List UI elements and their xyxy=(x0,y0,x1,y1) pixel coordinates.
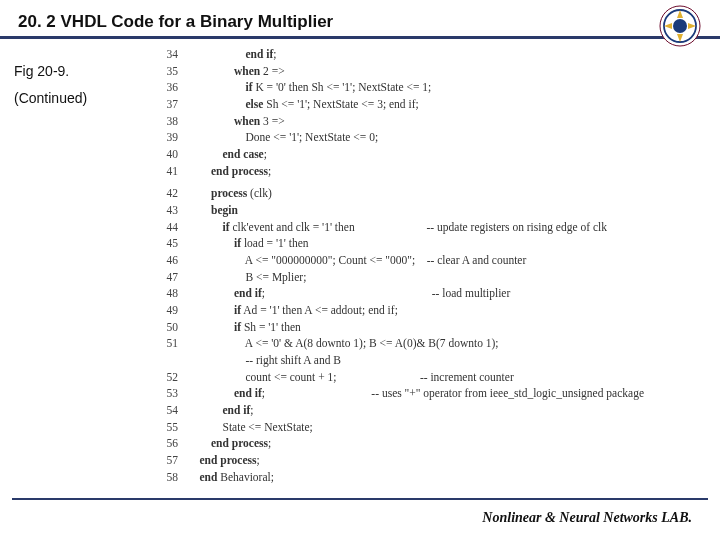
svg-point-2 xyxy=(673,19,687,33)
code-text: end process; xyxy=(188,452,260,469)
line-number: 46 xyxy=(160,252,188,269)
code-line: 37 else Sh <= '1'; NextState <= 3; end i… xyxy=(160,96,705,113)
code-line: 50 if Sh = '1' then xyxy=(160,319,705,336)
line-number: 35 xyxy=(160,63,188,80)
code-text: Done <= '1'; NextState <= 0; xyxy=(188,129,378,146)
code-line: 49 if Ad = '1' then A <= addout; end if; xyxy=(160,302,705,319)
line-number: 38 xyxy=(160,113,188,130)
code-text: State <= NextState; xyxy=(188,419,313,436)
code-text: end if; xyxy=(188,402,254,419)
line-number: 50 xyxy=(160,319,188,336)
code-line: 57 end process; xyxy=(160,452,705,469)
code-line: 39 Done <= '1'; NextState <= 0; xyxy=(160,129,705,146)
line-number: 54 xyxy=(160,402,188,419)
code-text: count <= count + 1; -- increment counter xyxy=(188,369,514,386)
code-line: 40 end case; xyxy=(160,146,705,163)
code-text: end if; -- uses "+" operator from ieee_s… xyxy=(188,385,644,402)
code-line: 41 end process; xyxy=(160,163,705,180)
code-text: -- right shift A and B xyxy=(188,352,341,369)
code-line: 58 end Behavioral; xyxy=(160,469,705,486)
code-text: A <= '0' & A(8 downto 1); B <= A(0)& B(7… xyxy=(188,335,499,352)
code-line: 44 if clk'event and clk = '1' then -- up… xyxy=(160,219,705,236)
figure-label: Fig 20-9. xyxy=(14,58,144,85)
sidebar: Fig 20-9. (Continued) xyxy=(14,58,144,111)
line-number: 36 xyxy=(160,79,188,96)
line-number: 48 xyxy=(160,285,188,302)
line-number: 57 xyxy=(160,452,188,469)
code-line: 53 end if; -- uses "+" operator from iee… xyxy=(160,385,705,402)
line-number: 41 xyxy=(160,163,188,180)
code-listing: 34 end if;35 when 2 =>36 if K = '0' then… xyxy=(160,46,705,485)
line-number: 53 xyxy=(160,385,188,402)
code-line: 52 count <= count + 1; -- increment coun… xyxy=(160,369,705,386)
code-line: 48 end if; -- load multiplier xyxy=(160,285,705,302)
code-text: when 3 => xyxy=(188,113,285,130)
code-text: B <= Mplier; xyxy=(188,269,306,286)
page-title: 20. 2 VHDL Code for a Binary Multiplier xyxy=(18,12,702,32)
code-text: if load = '1' then xyxy=(188,235,309,252)
code-line: 34 end if; xyxy=(160,46,705,63)
code-text: end process; xyxy=(188,163,271,180)
code-text: if Ad = '1' then A <= addout; end if; xyxy=(188,302,398,319)
line-number: 44 xyxy=(160,219,188,236)
divider xyxy=(12,498,708,500)
code-line: 35 when 2 => xyxy=(160,63,705,80)
code-line: 46 A <= "000000000"; Count <= "000"; -- … xyxy=(160,252,705,269)
code-text: if K = '0' then Sh <= '1'; NextState <= … xyxy=(188,79,431,96)
code-text: end if; -- load multiplier xyxy=(188,285,510,302)
line-number: 39 xyxy=(160,129,188,146)
code-text: end process; xyxy=(188,435,271,452)
code-line: 56 end process; xyxy=(160,435,705,452)
code-line: 38 when 3 => xyxy=(160,113,705,130)
code-text: A <= "000000000"; Count <= "000"; -- cle… xyxy=(188,252,526,269)
university-logo-icon xyxy=(658,4,702,48)
code-text: if Sh = '1' then xyxy=(188,319,301,336)
line-number: 51 xyxy=(160,335,188,352)
line-number: 37 xyxy=(160,96,188,113)
code-line: 55 State <= NextState; xyxy=(160,419,705,436)
code-line: 54 end if; xyxy=(160,402,705,419)
code-line: 36 if K = '0' then Sh <= '1'; NextState … xyxy=(160,79,705,96)
title-bar: 20. 2 VHDL Code for a Binary Multiplier xyxy=(0,0,720,39)
code-text: else Sh <= '1'; NextState <= 3; end if; xyxy=(188,96,419,113)
code-text: end if; xyxy=(188,46,277,63)
line-number: 56 xyxy=(160,435,188,452)
code-line: 51 A <= '0' & A(8 downto 1); B <= A(0)& … xyxy=(160,335,705,352)
code-text: end Behavioral; xyxy=(188,469,274,486)
line-number xyxy=(160,352,188,369)
line-number: 42 xyxy=(160,185,188,202)
code-text: if clk'event and clk = '1' then -- updat… xyxy=(188,219,607,236)
line-number: 43 xyxy=(160,202,188,219)
code-text: process (clk) xyxy=(188,185,272,202)
line-number: 47 xyxy=(160,269,188,286)
line-number: 34 xyxy=(160,46,188,63)
line-number: 52 xyxy=(160,369,188,386)
line-number: 40 xyxy=(160,146,188,163)
line-number: 45 xyxy=(160,235,188,252)
code-line: 45 if load = '1' then xyxy=(160,235,705,252)
line-number: 55 xyxy=(160,419,188,436)
code-line: 42 process (clk) xyxy=(160,185,705,202)
line-number: 49 xyxy=(160,302,188,319)
code-text: end case; xyxy=(188,146,267,163)
line-number: 58 xyxy=(160,469,188,486)
code-line: -- right shift A and B xyxy=(160,352,705,369)
code-text: begin xyxy=(188,202,238,219)
footer-lab-name: Nonlinear & Neural Networks LAB. xyxy=(482,510,692,526)
code-text: when 2 => xyxy=(188,63,285,80)
code-line: 47 B <= Mplier; xyxy=(160,269,705,286)
continued-label: (Continued) xyxy=(14,85,144,112)
code-line: 43 begin xyxy=(160,202,705,219)
